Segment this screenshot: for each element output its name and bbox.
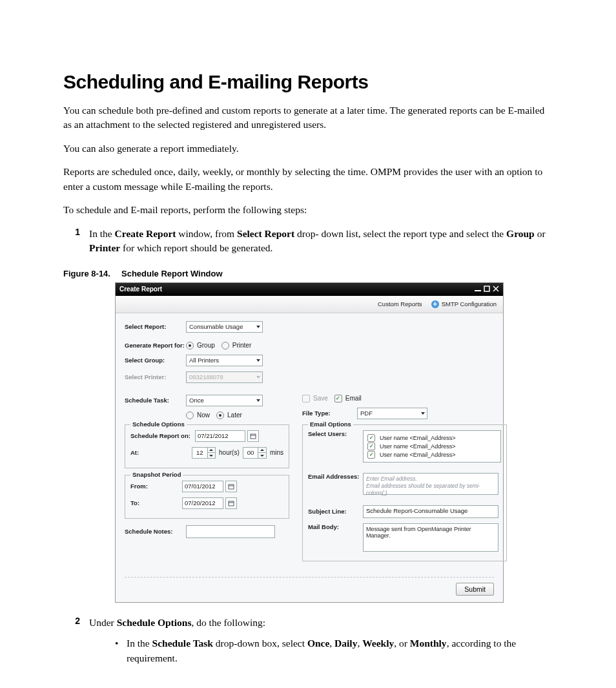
mail-body-label: Mail Body:	[308, 523, 363, 530]
chevron-down-icon	[256, 359, 260, 362]
save-checkbox[interactable]: Save	[302, 395, 328, 402]
min-input[interactable]: 00	[243, 447, 259, 459]
email-addresses-input[interactable]: Enter Email address. Email addresses sho…	[363, 473, 498, 495]
maximize-icon[interactable]	[484, 286, 490, 293]
close-icon[interactable]	[493, 286, 499, 293]
checkbox-icon	[367, 434, 375, 442]
snapshot-period-fieldset: Snapshot Period From: 07/01/2012 To: 07/…	[125, 475, 289, 519]
step-2: 2 Under Schedule Options, do the followi…	[63, 616, 553, 665]
step-1: 1 In the Create Report window, from Sele…	[63, 227, 553, 256]
chevron-down-icon	[256, 326, 260, 328]
radio-icon	[186, 342, 194, 349]
to-date-input[interactable]: 07/20/2012	[182, 497, 223, 509]
page-heading: Scheduling and E-mailing Reports	[63, 71, 553, 93]
radio-printer[interactable]: Printer	[221, 342, 251, 349]
schedule-on-label: Schedule Report on:	[130, 432, 195, 439]
bullet-1: • In the Schedule Task drop-down box, se…	[115, 636, 553, 665]
radio-group[interactable]: Group	[186, 342, 215, 349]
hour-stepper[interactable]	[208, 447, 216, 459]
figure-caption: Figure 8-14.Schedule Report Window	[63, 269, 553, 278]
select-printer-dropdown: 0932188078	[186, 371, 263, 383]
svg-rect-4	[229, 485, 234, 489]
email-checkbox[interactable]: Email	[334, 395, 362, 402]
checkbox-icon	[334, 395, 342, 402]
divider	[125, 577, 494, 578]
hour-input[interactable]: 12	[192, 447, 208, 459]
calendar-icon[interactable]	[247, 430, 259, 442]
chevron-down-icon	[256, 376, 260, 379]
checkbox-icon	[302, 395, 310, 402]
radio-icon	[216, 412, 224, 419]
para-3: Reports are scheduled once, daily, weekl…	[63, 165, 553, 194]
schedule-task-dropdown[interactable]: Once	[186, 395, 263, 406]
select-group-label: Select Group:	[125, 357, 186, 364]
chevron-down-icon	[256, 399, 260, 402]
mail-body-input[interactable]: Message sent from OpenManage Printer Man…	[363, 523, 498, 552]
step-1-num: 1	[63, 227, 89, 256]
step-2-num: 2	[63, 616, 89, 665]
subject-line-label: Subject Line:	[308, 508, 363, 515]
schedule-task-label: Schedule Task:	[125, 397, 186, 404]
select-users-box[interactable]: User name <Email_Address> User name <Ema…	[363, 430, 501, 463]
radio-icon	[186, 412, 194, 419]
para-4: To schedule and E-mail reports, perform …	[63, 203, 553, 217]
select-report-label: Select Report:	[125, 323, 186, 330]
chevron-down-icon	[421, 412, 425, 415]
svg-rect-1	[484, 286, 489, 291]
minimize-icon[interactable]	[475, 286, 481, 293]
file-type-label: File Type:	[302, 410, 357, 417]
window-titlebar: Create Report	[116, 283, 503, 296]
email-options-fieldset: Email Options Select Users: User name <E…	[302, 424, 507, 561]
submit-button[interactable]: Submit	[456, 583, 494, 596]
radio-now[interactable]: Now	[186, 412, 210, 419]
checkbox-icon	[367, 451, 375, 459]
calendar-icon[interactable]	[225, 497, 237, 509]
svg-rect-2	[251, 434, 256, 439]
para-2: You can also generate a report immediate…	[63, 141, 553, 156]
email-addresses-label: Email Addresses:	[308, 473, 363, 480]
svg-rect-6	[229, 501, 234, 506]
select-group-dropdown[interactable]: All Printers	[186, 355, 263, 366]
smtp-config-link[interactable]: + SMTP Configuration	[431, 300, 497, 308]
select-report-dropdown[interactable]: Consumable Usage	[186, 321, 263, 333]
checkbox-icon	[367, 443, 375, 450]
file-type-dropdown[interactable]: PDF	[357, 408, 427, 419]
window-title: Create Report	[119, 286, 162, 293]
subject-line-input[interactable]: Schedule Report-Consumable Usage	[363, 505, 498, 518]
custom-reports-link[interactable]: Custom Reports	[378, 300, 422, 308]
schedule-date-input[interactable]: 07/21/2012	[195, 430, 245, 442]
svg-rect-0	[475, 290, 481, 291]
plus-icon: +	[431, 300, 439, 308]
radio-icon	[221, 342, 229, 349]
from-date-input[interactable]: 07/01/2012	[182, 481, 223, 492]
from-label: From:	[130, 483, 182, 490]
window-toolbar: Custom Reports + SMTP Configuration	[116, 296, 503, 313]
min-stepper[interactable]	[258, 447, 266, 459]
select-users-label: Select Users:	[308, 430, 363, 437]
generate-for-label: Generate Report for:	[125, 342, 186, 349]
schedule-notes-label: Schedule Notes:	[125, 528, 186, 535]
create-report-window: Create Report Custom Reports + SMTP Conf…	[115, 282, 504, 603]
at-label: At:	[130, 449, 192, 456]
select-printer-label: Select Printer:	[125, 373, 186, 380]
schedule-notes-input[interactable]	[186, 525, 275, 538]
para-1: You can schedule both pre-defined and cu…	[63, 103, 553, 132]
to-label: To:	[130, 499, 182, 506]
calendar-icon[interactable]	[225, 481, 237, 492]
schedule-options-fieldset: Schedule Options Schedule Report on: 07/…	[125, 424, 289, 468]
radio-later[interactable]: Later	[216, 412, 242, 419]
